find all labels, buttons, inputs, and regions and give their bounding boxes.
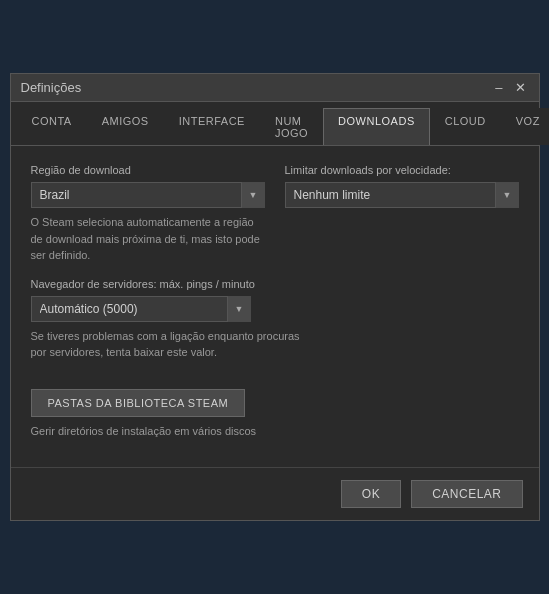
library-helper: Gerir diretórios de instalação em vários… <box>31 423 519 440</box>
library-button[interactable]: PASTAS DA BIBLIOTECA STEAM <box>31 389 246 417</box>
content-area: Região de download Brazil United States … <box>11 146 539 467</box>
window-controls: – ✕ <box>492 80 528 95</box>
tab-amigos[interactable]: AMIGOS <box>87 108 164 145</box>
footer: OK CANCELAR <box>11 467 539 520</box>
tab-cloud[interactable]: CLOUD <box>430 108 501 145</box>
library-section: PASTAS DA BIBLIOTECA STEAM Gerir diretór… <box>31 389 519 440</box>
minimize-button[interactable]: – <box>492 80 505 95</box>
title-bar: Definições – ✕ <box>11 74 539 102</box>
speed-limit-select[interactable]: Nenhum limite 1 MB/s 500 KB/s 100 KB/s <box>285 182 519 208</box>
download-region-col: Região de download Brazil United States … <box>31 164 265 264</box>
speed-limit-col: Limitar downloads por velocidade: Nenhum… <box>285 164 519 264</box>
tab-interface[interactable]: INTERFACE <box>164 108 260 145</box>
tab-downloads[interactable]: DOWNLOADS <box>323 108 430 145</box>
tab-conta[interactable]: CONTA <box>17 108 87 145</box>
download-region-helper: O Steam seleciona automaticamente a regi… <box>31 214 265 264</box>
speed-limit-label: Limitar downloads por velocidade: <box>285 164 519 176</box>
download-region-select-wrapper: Brazil United States Europe <box>31 182 265 208</box>
speed-limit-select-wrapper: Nenhum limite 1 MB/s 500 KB/s 100 KB/s <box>285 182 519 208</box>
tab-voz[interactable]: VOZ <box>501 108 549 145</box>
server-browser-helper: Se tiveres problemas com a ligação enqua… <box>31 328 311 361</box>
top-row: Região de download Brazil United States … <box>31 164 519 264</box>
tab-num-jogo[interactable]: NUM JOGO <box>260 108 323 145</box>
window-title: Definições <box>21 80 82 95</box>
server-browser-section: Navegador de servidores: máx. pings / mi… <box>31 274 519 361</box>
close-button[interactable]: ✕ <box>512 80 529 95</box>
tab-bar: CONTA AMIGOS INTERFACE NUM JOGO DOWNLOAD… <box>11 102 539 146</box>
server-browser-select-wrapper: Automático (5000) 500 1000 2500 5000 <box>31 296 251 322</box>
download-region-label: Região de download <box>31 164 265 176</box>
cancel-button[interactable]: CANCELAR <box>411 480 522 508</box>
download-region-select[interactable]: Brazil United States Europe <box>31 182 265 208</box>
settings-window: Definições – ✕ CONTA AMIGOS INTERFACE NU… <box>10 73 540 521</box>
server-browser-select[interactable]: Automático (5000) 500 1000 2500 5000 <box>31 296 251 322</box>
ok-button[interactable]: OK <box>341 480 401 508</box>
server-browser-label: Navegador de servidores: máx. pings / mi… <box>31 278 519 290</box>
